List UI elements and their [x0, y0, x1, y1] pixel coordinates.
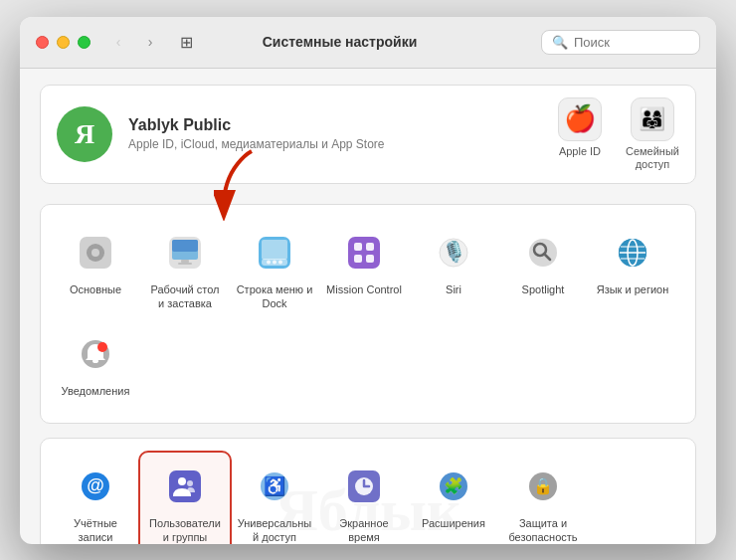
svg-point-12 — [267, 260, 271, 264]
profile-info: Yablyk Public Apple ID, iCloud, медиамат… — [128, 116, 558, 151]
icon-osnovnye — [72, 229, 119, 277]
svg-rect-10 — [262, 240, 287, 260]
svg-rect-6 — [172, 240, 198, 252]
close-button[interactable] — [36, 36, 49, 49]
icon-extensions: 🧩 — [430, 463, 477, 510]
icon-universal: ♿ — [251, 463, 298, 510]
svg-rect-7 — [181, 260, 189, 263]
icon-language — [609, 229, 656, 277]
svg-text:🧩: 🧩 — [444, 476, 463, 495]
label-mission: Mission Control — [326, 282, 402, 296]
grid-item-extensions[interactable]: 🧩Расширения — [409, 453, 498, 544]
profile-section: Я Yablyk Public Apple ID, iCloud, медиам… — [40, 85, 696, 184]
minimize-button[interactable] — [57, 36, 70, 49]
grid-item-spotlight[interactable]: Spotlight — [498, 219, 588, 321]
icon-dock — [251, 229, 298, 277]
svg-rect-16 — [354, 243, 362, 251]
icon-notify — [72, 330, 119, 378]
svg-point-14 — [278, 260, 282, 264]
grid-item-osnovnye[interactable]: Основные — [51, 219, 140, 321]
label-spotlight: Spotlight — [522, 282, 565, 296]
label-osnovnye: Основные — [70, 282, 121, 296]
maximize-button[interactable] — [78, 36, 91, 49]
avatar: Я — [57, 106, 112, 162]
grid-item-siri[interactable]: 🎙️Siri — [409, 219, 498, 321]
svg-text:@: @ — [87, 475, 104, 495]
svg-point-37 — [178, 477, 186, 485]
label-security: Защита и безопасность — [504, 516, 582, 544]
family-sharing-shortcut[interactable]: 👨‍👩‍👧 Семейныйдоступ — [626, 97, 679, 171]
svg-rect-18 — [354, 255, 362, 263]
svg-text:♿: ♿ — [264, 475, 286, 497]
apple-id-label: Apple ID — [559, 145, 601, 158]
icon-spotlight — [519, 229, 567, 277]
svg-rect-17 — [366, 243, 374, 251]
section-1-row: ОсновныеРабочий стол и заставкаСтрока ме… — [51, 219, 685, 409]
back-button[interactable]: ‹ — [106, 30, 130, 54]
traffic-lights — [36, 36, 91, 49]
section-users: Яблык @Учётные записи интернетаПользоват… — [40, 438, 696, 544]
grid-item-accounts[interactable]: @Учётные записи интернета — [51, 453, 140, 544]
svg-point-38 — [187, 480, 193, 486]
svg-rect-36 — [169, 470, 201, 502]
family-sharing-icon: 👨‍👩‍👧 — [631, 97, 674, 141]
icon-siri: 🎙️ — [430, 229, 477, 277]
label-screentime: Экранное время — [325, 516, 403, 544]
icon-screentime — [340, 463, 388, 510]
icon-users — [161, 463, 209, 510]
svg-rect-15 — [348, 237, 380, 269]
search-icon: 🔍 — [552, 35, 568, 50]
svg-rect-8 — [178, 263, 192, 265]
profile-name: Yablyk Public — [128, 116, 558, 134]
label-language: Язык и регион — [597, 282, 669, 296]
icon-accounts: @ — [72, 463, 119, 510]
label-notify: Уведомления — [62, 384, 130, 398]
grid-item-universal[interactable]: ♿Универсальный доступ — [230, 453, 319, 544]
svg-point-32 — [92, 359, 98, 363]
grid-item-users[interactable]: Пользователи и группы — [140, 453, 230, 544]
label-extensions: Расширения — [422, 516, 485, 530]
label-dock: Строка меню и Dock — [236, 282, 313, 311]
family-sharing-label: Семейныйдоступ — [626, 145, 679, 171]
label-desktop: Рабочий стол и заставка — [146, 282, 224, 311]
icon-security: 🔒 — [519, 463, 567, 510]
window-title: Системные настройки — [146, 34, 533, 50]
profile-shortcuts: 🍎 Apple ID 👨‍👩‍👧 Семейныйдоступ — [558, 97, 679, 171]
label-users: Пользователи и группы — [146, 516, 224, 544]
grid-item-dock[interactable]: Строка меню и Dock — [230, 219, 319, 321]
icon-desktop — [161, 229, 209, 277]
grid-item-desktop[interactable]: Рабочий стол и заставка — [140, 219, 230, 321]
svg-point-13 — [273, 260, 276, 264]
label-siri: Siri — [446, 282, 461, 296]
svg-point-33 — [97, 342, 107, 352]
grid-item-security[interactable]: 🔒Защита и безопасность — [498, 453, 588, 544]
apple-id-icon: 🍎 — [558, 97, 602, 141]
grid-item-screentime[interactable]: Экранное время — [319, 453, 409, 544]
grid-item-language[interactable]: Язык и регион — [588, 219, 677, 321]
profile-subtitle: Apple ID, iCloud, медиаматериалы и App S… — [128, 137, 558, 151]
svg-point-3 — [92, 249, 99, 257]
search-input[interactable] — [574, 35, 693, 50]
svg-point-22 — [529, 239, 557, 267]
svg-rect-19 — [366, 255, 374, 263]
titlebar: ‹ › ⊞ Системные настройки 🔍 — [20, 17, 716, 69]
section-2-row: @Учётные записи интернетаПользователи и … — [51, 453, 685, 544]
system-preferences-window: ‹ › ⊞ Системные настройки 🔍 Я Yablyk Pub… — [20, 17, 716, 544]
svg-text:🎙️: 🎙️ — [442, 240, 466, 264]
apple-id-shortcut[interactable]: 🍎 Apple ID — [558, 97, 602, 171]
content-area: Я Yablyk Public Apple ID, iCloud, медиам… — [20, 69, 716, 544]
grid-item-notify[interactable]: Уведомления — [51, 320, 140, 408]
label-accounts: Учётные записи интернета — [57, 516, 134, 544]
search-box[interactable]: 🔍 — [541, 30, 700, 55]
section-display: ОсновныеРабочий стол и заставкаСтрока ме… — [40, 204, 696, 424]
icon-mission — [340, 229, 388, 277]
grid-item-mission[interactable]: Mission Control — [319, 219, 409, 321]
label-universal: Универсальный доступ — [236, 516, 313, 544]
svg-text:🔒: 🔒 — [533, 476, 553, 495]
